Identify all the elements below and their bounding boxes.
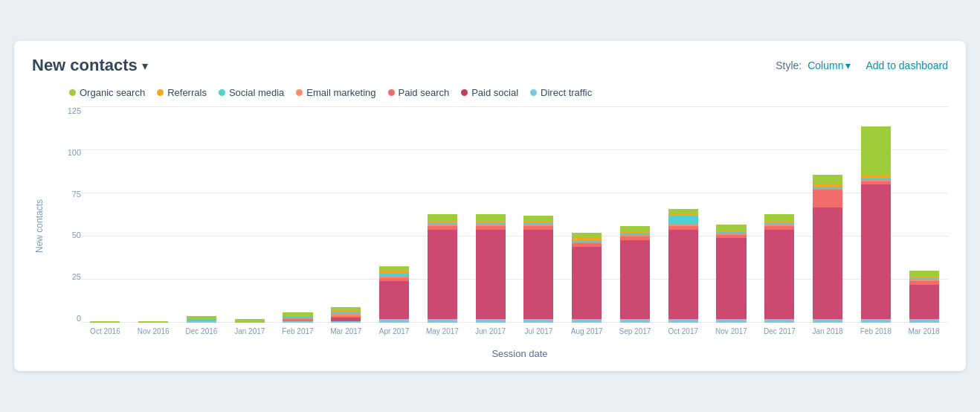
dashboard-card: New contacts ▾ Style: Column ▾ Add to da… — [14, 41, 966, 371]
bar-group[interactable] — [813, 107, 842, 323]
bar-segment-organic — [813, 175, 842, 185]
y-tick-50: 50 — [53, 231, 81, 239]
page-title: New contacts — [32, 56, 138, 75]
x-tick-label: Nov 2016 — [129, 327, 178, 335]
bar-segment-organic — [235, 319, 265, 323]
bar-group[interactable] — [909, 107, 939, 323]
bar-group[interactable] — [764, 107, 794, 323]
x-tick-label: Aug 2017 — [563, 327, 611, 335]
bar-group[interactable] — [476, 107, 506, 323]
bar-group[interactable] — [523, 107, 553, 323]
bar-segment-direct — [283, 321, 312, 323]
bar-segment-paid_social — [716, 238, 746, 319]
legend-item-referrals[interactable]: Referrals — [157, 87, 207, 98]
x-tick-label: Feb 2018 — [851, 327, 900, 335]
bar-segment-organic — [764, 214, 794, 221]
x-axis-label: Session date — [91, 348, 948, 359]
bar-segment-direct — [909, 319, 939, 323]
title-dropdown-icon[interactable]: ▾ — [142, 59, 148, 73]
bar-group[interactable] — [668, 107, 698, 323]
x-tick-label: May 2017 — [418, 327, 466, 335]
bar-segment-direct — [379, 319, 409, 323]
bar-segment-organic — [428, 214, 457, 221]
bar-segment-paid_social — [813, 207, 842, 320]
chart-inner: 0 25 50 75 100 125 — [53, 107, 948, 345]
bar-group[interactable] — [331, 107, 361, 323]
legend-dot — [219, 89, 225, 96]
legend-dot — [69, 89, 76, 96]
bar-segment-direct — [764, 319, 794, 323]
chart-legend: Organic searchReferralsSocial mediaEmail… — [32, 87, 948, 98]
bar-segment-direct — [428, 319, 457, 323]
add-dashboard-button[interactable]: Add to dashboard — [865, 59, 948, 71]
legend-dot — [157, 89, 164, 96]
legend-item-paid_social[interactable]: Paid social — [461, 87, 518, 98]
title-wrap: New contacts ▾ — [32, 56, 148, 75]
bar-segment-direct — [523, 319, 553, 323]
legend-dot — [461, 89, 468, 96]
legend-dot — [388, 89, 395, 96]
legend-item-email_marketing[interactable]: Email marketing — [296, 87, 375, 98]
bar-segment-paid_social — [861, 184, 891, 319]
bar-segment-paid_social — [764, 230, 794, 320]
x-tick-label: Apr 2017 — [370, 327, 419, 335]
x-tick-label: Nov 2017 — [707, 327, 755, 335]
bar-group[interactable] — [235, 107, 265, 323]
y-tick-100: 100 — [53, 149, 81, 157]
bar-segment-organic — [90, 321, 120, 323]
x-tick-label: Mar 2018 — [900, 327, 948, 335]
x-tick-label: Sep 2017 — [611, 327, 660, 335]
bar-segment-paid_search — [813, 190, 842, 207]
x-tick-label: Oct 2016 — [81, 327, 129, 335]
header-right: Style: Column ▾ Add to dashboard — [776, 59, 948, 71]
legend-label: Referrals — [167, 87, 207, 98]
bar-group[interactable] — [572, 107, 602, 323]
bar-segment-paid_social — [428, 230, 457, 320]
legend-label: Paid search — [399, 87, 450, 98]
bar-segment-paid_social — [909, 285, 939, 319]
legend-item-direct_traffic[interactable]: Direct traffic — [530, 87, 592, 98]
bar-segment-paid_social — [379, 281, 409, 319]
legend-item-organic_search[interactable]: Organic search — [69, 87, 145, 98]
bar-group[interactable] — [379, 107, 409, 323]
bar-group[interactable] — [861, 107, 891, 323]
bar-segment-direct — [668, 319, 698, 323]
legend-item-social_media[interactable]: Social media — [219, 87, 284, 98]
bar-group[interactable] — [620, 107, 650, 323]
legend-label: Email marketing — [306, 87, 375, 98]
bar-group[interactable] — [90, 107, 120, 323]
bar-segment-organic — [620, 226, 650, 231]
chart-area: New contacts 0 25 50 75 100 125 — [32, 107, 948, 345]
bar-segment-organic — [138, 321, 168, 323]
bar-segment-social — [668, 216, 698, 225]
y-tick-75: 75 — [53, 190, 81, 199]
legend-item-paid_search[interactable]: Paid search — [388, 87, 450, 98]
legend-label: Social media — [229, 87, 284, 98]
bar-group[interactable] — [428, 107, 457, 323]
bar-segment-paid_social — [668, 230, 698, 320]
card-header: New contacts ▾ Style: Column ▾ Add to da… — [32, 56, 948, 75]
bar-segment-direct — [716, 319, 746, 323]
style-label: Style: — [776, 59, 802, 71]
bar-group[interactable] — [716, 107, 746, 323]
bar-segment-direct — [476, 319, 506, 323]
bar-segment-paid_social — [476, 230, 506, 320]
x-tick-label: Oct 2017 — [659, 327, 707, 335]
bar-group[interactable] — [187, 107, 216, 323]
bar-segment-organic — [909, 271, 939, 276]
style-dropdown[interactable]: Column ▾ — [807, 59, 851, 71]
x-tick-label: Feb 2017 — [274, 327, 322, 335]
bar-segment-organic — [861, 126, 891, 175]
x-tick-label: Jun 2017 — [466, 327, 515, 335]
bar-segment-organic — [572, 233, 602, 238]
bar-segment-direct — [572, 319, 602, 323]
bar-segment-direct — [620, 319, 650, 323]
bar-segment-organic — [523, 216, 553, 221]
bar-group[interactable] — [283, 107, 312, 323]
bar-segment-paid_social — [572, 247, 602, 319]
bar-group[interactable] — [138, 107, 168, 323]
x-tick-label: Dec 2016 — [178, 327, 226, 335]
legend-dot — [530, 89, 537, 96]
bar-segment-direct — [187, 321, 216, 323]
bar-segment-direct — [331, 321, 361, 323]
